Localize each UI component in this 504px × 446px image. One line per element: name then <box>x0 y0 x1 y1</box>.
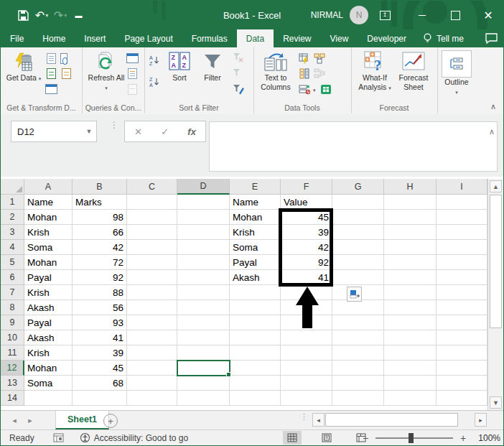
cell-A14[interactable] <box>24 391 73 406</box>
cell-G3[interactable] <box>332 225 384 240</box>
column-header-b[interactable]: B <box>73 179 127 195</box>
row-header-13[interactable]: 13 <box>1 376 24 391</box>
cell-B11[interactable]: 39 <box>73 345 127 361</box>
cell-H7[interactable] <box>384 285 437 300</box>
fill-handle[interactable] <box>226 372 231 377</box>
active-cell-outline[interactable] <box>177 360 230 376</box>
cell-D8[interactable] <box>177 300 230 315</box>
select-all-corner[interactable] <box>1 179 24 195</box>
from-web-icon[interactable] <box>45 68 57 79</box>
tab-view[interactable]: View <box>321 29 358 47</box>
cell-H11[interactable] <box>384 345 437 361</box>
cell-A9[interactable]: Payal <box>24 315 73 330</box>
cell-F12[interactable] <box>281 361 332 376</box>
zoom-slider[interactable] <box>375 437 453 439</box>
row-header-3[interactable]: 3 <box>1 225 24 240</box>
cell-C2[interactable] <box>127 210 177 225</box>
recent-sources-icon[interactable] <box>60 52 73 64</box>
cell-F10[interactable] <box>281 330 332 345</box>
cell-G1[interactable] <box>332 195 384 210</box>
name-box[interactable]: D12 ▼ <box>11 121 97 142</box>
column-header-a[interactable]: A <box>24 179 73 195</box>
cell-D14[interactable] <box>177 391 230 406</box>
cell-C4[interactable] <box>127 240 177 255</box>
vertical-scroll-thumb[interactable] <box>490 195 502 328</box>
cell-C3[interactable] <box>127 225 177 240</box>
cell-D5[interactable] <box>177 255 230 270</box>
cell-A8[interactable]: Akash <box>24 300 73 315</box>
cell-B9[interactable]: 93 <box>73 315 127 330</box>
cell-C13[interactable] <box>127 376 177 391</box>
cell-B8[interactable]: 56 <box>73 300 127 315</box>
cell-G2[interactable] <box>332 210 384 225</box>
tab-file[interactable]: File <box>1 29 33 47</box>
cell-C5[interactable] <box>127 255 177 270</box>
insert-function-icon[interactable]: fx <box>187 126 196 137</box>
cell-E14[interactable] <box>230 391 281 406</box>
sort-button[interactable]: ZA AZ Sort <box>164 50 195 83</box>
sheet-nav-right-icon[interactable]: ▸ <box>24 414 37 427</box>
accessibility-status[interactable]: Accessibility: Good to go <box>80 432 188 443</box>
zoom-in-icon[interactable]: + <box>459 432 467 444</box>
cell-D10[interactable] <box>177 330 230 345</box>
row-header-12[interactable]: 12 <box>1 361 24 376</box>
row-header-1[interactable]: 1 <box>1 195 24 210</box>
cell-I1[interactable] <box>437 195 487 210</box>
cell-B2[interactable]: 98 <box>73 210 127 225</box>
column-header-c[interactable]: C <box>127 179 177 195</box>
cell-G9[interactable] <box>332 315 384 330</box>
cell-E9[interactable] <box>230 315 281 330</box>
maximize-button[interactable] <box>443 1 467 29</box>
cell-C7[interactable] <box>127 285 177 300</box>
zoom-out-icon[interactable]: − <box>361 432 370 444</box>
tab-page-layout[interactable]: Page Layout <box>115 29 182 47</box>
row-header-10[interactable]: 10 <box>1 330 24 345</box>
row-header-7[interactable]: 7 <box>1 285 24 300</box>
sort-ascending-icon[interactable]: AZ <box>148 55 160 66</box>
cell-G13[interactable] <box>332 376 384 391</box>
zoom-slider-thumb[interactable] <box>409 433 414 443</box>
cell-I8[interactable] <box>437 300 487 315</box>
cell-A5[interactable]: Mohan <box>24 255 73 270</box>
cell-H5[interactable] <box>384 255 437 270</box>
row-header-9[interactable]: 9 <box>1 315 24 330</box>
enter-icon[interactable]: ✓ <box>161 126 169 137</box>
macro-record-icon[interactable] <box>53 433 64 442</box>
undo-button[interactable]: ↶▾ <box>32 6 51 24</box>
cell-E11[interactable] <box>230 345 281 361</box>
cell-C12[interactable] <box>127 361 177 376</box>
cell-E13[interactable] <box>230 376 281 391</box>
cell-H8[interactable] <box>384 300 437 315</box>
cell-D1[interactable] <box>177 195 230 210</box>
cell-I2[interactable] <box>437 210 487 225</box>
close-button[interactable]: ✕ <box>476 1 500 29</box>
cell-C14[interactable] <box>127 391 177 406</box>
cell-I13[interactable] <box>437 376 487 391</box>
cell-F13[interactable] <box>281 376 332 391</box>
cell-I7[interactable] <box>437 285 487 300</box>
cell-B10[interactable]: 41 <box>73 330 127 345</box>
cell-G4[interactable] <box>332 240 384 255</box>
cell-B12[interactable]: 45 <box>73 361 127 376</box>
customize-quick-access-icon[interactable]: ▬ <box>70 6 88 24</box>
outline-button[interactable]: Outline▾ <box>441 50 472 96</box>
collapse-ribbon-icon[interactable]: ∧ <box>490 102 496 111</box>
cell-A4[interactable]: Soma <box>24 240 73 255</box>
cell-E8[interactable] <box>230 300 281 315</box>
cell-B4[interactable]: 42 <box>73 240 127 255</box>
cell-I4[interactable] <box>437 240 487 255</box>
cell-H14[interactable] <box>384 391 437 406</box>
cell-B7[interactable]: 88 <box>73 285 127 300</box>
cell-E7[interactable] <box>230 285 281 300</box>
cell-H1[interactable] <box>384 195 437 210</box>
cell-I12[interactable] <box>437 361 487 376</box>
cell-H2[interactable] <box>384 210 437 225</box>
tab-data[interactable]: Data <box>237 29 274 47</box>
cell-H3[interactable] <box>384 225 437 240</box>
save-icon[interactable] <box>14 6 32 24</box>
cell-G8[interactable] <box>332 300 384 315</box>
cell-A1[interactable]: Name <box>24 195 73 210</box>
cell-E2[interactable]: Mohan <box>230 210 281 225</box>
cell-H9[interactable] <box>384 315 437 330</box>
column-header-g[interactable]: G <box>332 179 384 195</box>
